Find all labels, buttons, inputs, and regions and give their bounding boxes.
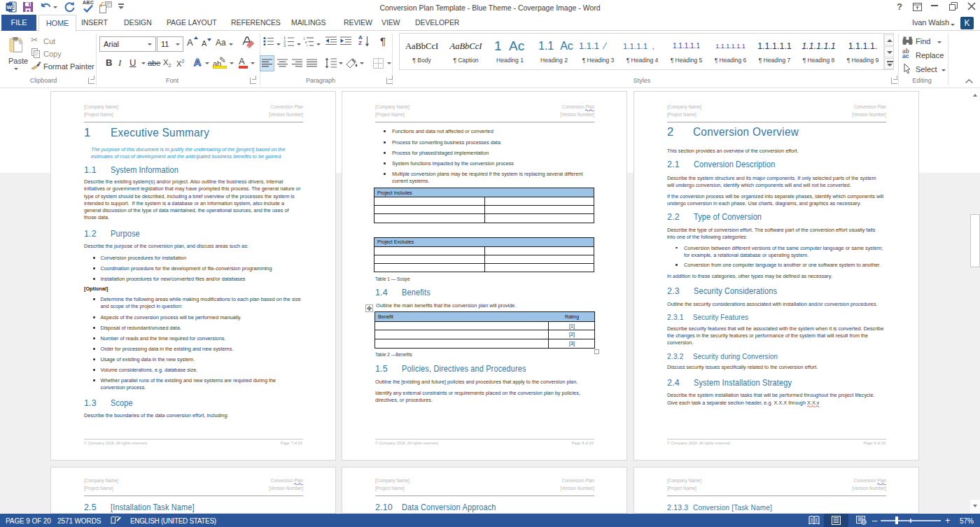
svg-text:i: i xyxy=(307,43,307,47)
svg-text:W: W xyxy=(7,4,13,10)
svg-text:3: 3 xyxy=(284,43,286,47)
